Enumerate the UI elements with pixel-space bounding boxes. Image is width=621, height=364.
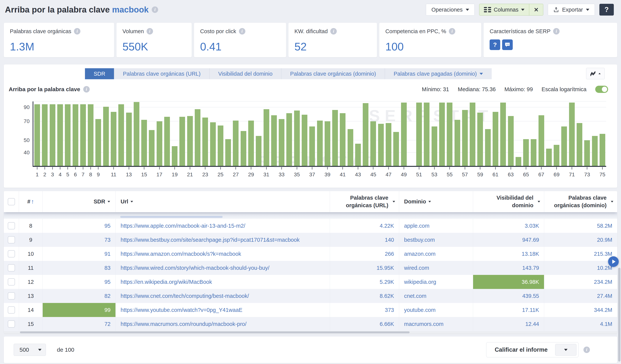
column-header-visibility[interactable]: Visibilidad del dominio [473,191,544,212]
cell-sdr[interactable]: 95 [43,275,116,289]
x-axis-tick [83,167,83,170]
chevron-down-icon [480,73,483,75]
question-feature-icon[interactable]: ? [490,39,500,50]
tab-domain-visibility[interactable]: Visibilidad del dominio [209,68,281,79]
column-header-kw_domain[interactable]: Palabras clave orgánicas (dominio) [544,191,617,212]
cell-visibility[interactable]: 17.11K [473,303,544,317]
row-checkbox[interactable] [8,250,15,258]
cell-check [4,317,19,331]
cell-domain[interactable]: wired.com [399,261,473,275]
log-scale-toggle[interactable] [595,86,608,93]
row-checkbox[interactable] [8,292,15,299]
cell-kw_url[interactable]: 266 [330,247,399,261]
cell-kw_domain[interactable]: 215.3M [544,247,617,261]
row-checkbox[interactable] [8,306,15,313]
cell-visibility[interactable]: 143.79 [473,261,544,275]
cell-url[interactable]: https://www.youtube.com/watch?v=0pg_Y41w… [116,303,330,317]
cell-visibility[interactable]: 439.55 [473,289,544,303]
chart-bar [172,146,177,166]
cell-kw_domain[interactable]: 4.1M [544,317,617,331]
cell-kw_url[interactable]: 15.95K [330,261,399,275]
cell-kw_domain[interactable]: 344.2M [544,303,617,317]
rate-select[interactable] [555,344,576,356]
cell-kw_url[interactable]: 8.62K [330,289,399,303]
cell-domain[interactable]: apple.com [399,219,473,233]
chart-bar [401,103,407,166]
info-icon: i [152,6,158,13]
export-button[interactable]: Exportar [548,4,595,16]
cell-kw_url[interactable]: 140 [330,233,399,247]
cell-kw_domain[interactable]: 27.4M [544,289,617,303]
column-header-domain[interactable]: Dominio [399,191,473,212]
cell-kw_url[interactable]: 373 [330,303,399,317]
select-all-checkbox[interactable] [8,198,15,205]
table-header-row: #↑SDRUrlPalabras clave orgánicas (URL)Do… [4,191,617,212]
cell-visibility[interactable]: 12.44 [473,317,544,331]
cell-sdr[interactable]: 91 [43,247,116,261]
horizontal-scrollbar-thumb[interactable] [20,331,410,333]
cell-domain[interactable]: amazon.com [399,247,473,261]
cell-kw_domain[interactable]: 58.2M [544,219,617,233]
cell-domain[interactable]: macrumors.com [399,317,473,331]
cell-kw_url[interactable]: 6.66K [330,317,399,331]
tab-organic-keywords-url[interactable]: Palabras clave orgánicas (URL) [114,68,209,79]
row-checkbox[interactable] [8,278,15,286]
column-header-kw_url[interactable]: Palabras clave orgánicas (URL) [330,191,399,212]
page-size-select[interactable]: 500 [14,344,46,356]
cell-kw_domain[interactable]: 20.9M [544,233,617,247]
vertical-scrollbar-thumb[interactable] [618,268,621,362]
help-button[interactable]: ? [599,4,614,16]
cell-sdr-highlighted[interactable]: 99 [43,303,116,317]
close-columns-button[interactable]: ✕ [529,4,543,15]
cell-domain[interactable]: youtube.com [399,303,473,317]
cell-visibility[interactable]: 3.03K [473,219,544,233]
cell-url[interactable]: https://www.apple.com/macbook-air-13-and… [116,219,330,233]
column-header-num[interactable]: #↑ [19,191,43,212]
scroll-right-button[interactable] [608,256,619,267]
tab-paid-keywords-domain[interactable]: Palabras clave pagadas (dominio) [385,68,491,79]
row-checkbox[interactable] [8,222,15,229]
column-header-label: SDR [94,198,105,205]
cell-url[interactable]: https://www.bestbuy.com/site/searchpage.… [116,233,330,247]
tab-organic-keywords-domain[interactable]: Palabras clave orgánicas (dominio) [281,68,385,79]
cell-url[interactable]: https://www.amazon.com/macbook/s?k=macbo… [116,247,330,261]
chart-bar [73,104,78,166]
columns-button[interactable]: Columnas [479,4,529,15]
cell-sdr[interactable]: 72 [43,317,116,331]
cell-domain[interactable]: cnet.com [399,289,473,303]
operations-button[interactable]: Operaciones [426,4,474,16]
cell-visibility[interactable]: 947.69 [473,233,544,247]
x-axis-tick [75,167,76,170]
cell-kw_domain[interactable]: 10.2M [544,261,617,275]
cell-url[interactable]: https://www.wired.com/story/which-macboo… [116,261,330,275]
row-checkbox[interactable] [8,264,15,272]
chart-bar [569,103,575,166]
cell-sdr[interactable]: 73 [43,233,116,247]
row-checkbox[interactable] [8,320,15,328]
rate-report-button[interactable]: Calificar el informe [486,342,579,357]
cell-kw_url[interactable]: 4.22K [330,219,399,233]
cell-domain[interactable]: bestbuy.com [399,233,473,247]
cell-sdr[interactable]: 95 [43,219,116,233]
tab-sdr[interactable]: SDR [85,68,114,79]
cell-url[interactable]: https://en.wikipedia.org/wiki/MacBook [116,275,330,289]
column-header-sdr[interactable]: SDR [43,191,116,212]
snippet-bubble-icon[interactable] [502,39,513,50]
chart-bar [111,112,116,166]
cell-kw_domain[interactable]: 234.2M [544,275,617,289]
toggle-chart-button[interactable] [586,68,605,79]
cell-kw_url[interactable]: 5.29K [330,275,399,289]
cell-visibility[interactable]: 13.18K [473,247,544,261]
cell-domain[interactable]: wikipedia.org [399,275,473,289]
cell-sdr[interactable]: 83 [43,261,116,275]
column-header-url[interactable]: Url [116,191,330,212]
cell-url[interactable]: https://www.cnet.com/tech/computing/best… [116,289,330,303]
cell-sdr[interactable]: 82 [43,289,116,303]
row-checkbox[interactable] [8,236,15,243]
column-header-check[interactable] [4,191,19,212]
cell-visibility-highlighted[interactable]: 36.98K [473,275,544,289]
x-axis-tick-label: 9 [97,172,100,178]
cell-url[interactable]: https://www.macrumors.com/roundup/macboo… [116,317,330,331]
cell-check [4,233,19,247]
chart-bar [248,121,254,166]
